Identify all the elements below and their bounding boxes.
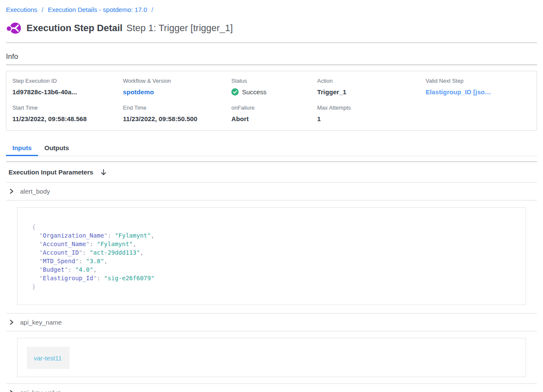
page-subtitle: Step 1: Trigger [trigger_1] — [126, 23, 233, 34]
field-on-failure: onFailure Abort — [231, 105, 317, 122]
breadcrumb: Executions / Execution Details - spotdem… — [6, 0, 537, 14]
field-status: Status Success — [231, 78, 317, 96]
field-value: Trigger_1 — [317, 88, 426, 96]
execution-input-parameters-header: Execution Input Parameters — [6, 162, 537, 182]
breadcrumb-link-execution-details[interactable]: Execution Details - spotdemo: 17.0 — [48, 6, 147, 13]
download-arrow-icon[interactable] — [100, 169, 107, 176]
chevron-right-icon[interactable] — [9, 189, 14, 194]
breadcrumb-link-executions[interactable]: Executions — [6, 6, 37, 13]
title-divider — [6, 42, 537, 43]
info-divider — [6, 64, 537, 65]
field-step-execution-id: Step Execution ID 1d97828c-13b6-40a... — [12, 78, 123, 96]
field-max-attempts: Max Attempts 1 — [317, 105, 426, 122]
field-label: Start Time — [12, 105, 123, 111]
json-viewer-card: { "Organization_Name": "Fylamynt", "Acco… — [17, 207, 526, 305]
field-label: End Time — [123, 105, 231, 111]
field-label: Workflow & Version — [123, 78, 231, 84]
inputs-outputs-tabs: Inputs Outputs — [6, 141, 537, 156]
field-label: onFailure — [231, 105, 317, 111]
param-row-alert-body[interactable]: alert_body — [6, 183, 537, 200]
status-value: Success — [242, 88, 266, 96]
field-valid-next-step: Valid Next Step Elastigroup_ID [jso… — [426, 78, 531, 96]
param-row-api-key-value[interactable]: api_key_value — [6, 384, 537, 392]
field-label: Max Attempts — [317, 105, 426, 111]
field-label: Valid Next Step — [426, 78, 531, 84]
breadcrumb-separator: / — [42, 6, 44, 13]
next-step-link[interactable]: Elastigroup_ID [jso… — [426, 88, 531, 96]
param-label: api_key_value — [20, 389, 61, 392]
param-row-api-key-name[interactable]: api_key_name — [6, 314, 537, 331]
row-divider — [6, 200, 537, 200]
page: Executions / Execution Details - spotdem… — [0, 0, 543, 392]
fylamynt-logo-icon — [6, 22, 21, 35]
field-end-time: End Time 11/23/2022, 09:58:50.500 — [123, 105, 231, 122]
empty-cell — [426, 105, 531, 122]
field-label: Action — [317, 78, 426, 84]
field-workflow-version: Workflow & Version spotdemo — [123, 78, 231, 96]
field-label: Step Execution ID — [12, 78, 123, 84]
api-key-name-value: var-test11 — [27, 347, 70, 369]
field-start-time: Start Time 11/23/2022, 09:58:48.568 — [12, 105, 123, 122]
params-heading: Execution Input Parameters — [9, 168, 93, 176]
success-check-icon — [231, 88, 239, 96]
field-value: 11/23/2022, 09:58:48.568 — [12, 115, 123, 122]
api-key-name-value-card: var-test11 — [17, 338, 526, 377]
tab-inputs[interactable]: Inputs — [6, 141, 38, 156]
info-card: Step Execution ID 1d97828c-13b6-40a... W… — [6, 71, 537, 131]
field-value: 1 — [317, 115, 426, 122]
field-value: 1d97828c-13b6-40a... — [12, 88, 123, 96]
breadcrumb-separator: / — [152, 6, 153, 13]
chevron-right-icon[interactable] — [9, 390, 14, 392]
field-value: Abort — [231, 115, 317, 122]
param-label: api_key_name — [20, 319, 62, 326]
json-code-block: { "Organization_Name": "Fylamynt", "Acco… — [32, 223, 517, 291]
tab-outputs[interactable]: Outputs — [38, 141, 76, 156]
field-label: Status — [231, 78, 317, 84]
page-header: Execution Step Detail Step 1: Trigger [t… — [6, 20, 537, 37]
info-section-heading: Info — [6, 52, 537, 61]
page-title: Execution Step Detail — [26, 23, 123, 34]
param-label: alert_body — [20, 188, 50, 195]
row-divider — [6, 331, 537, 331]
field-value: 11/23/2022, 09:58:50.500 — [123, 115, 231, 122]
workflow-link[interactable]: spotdemo — [123, 88, 231, 96]
chevron-right-icon[interactable] — [9, 319, 14, 325]
field-action: Action Trigger_1 — [317, 78, 426, 96]
